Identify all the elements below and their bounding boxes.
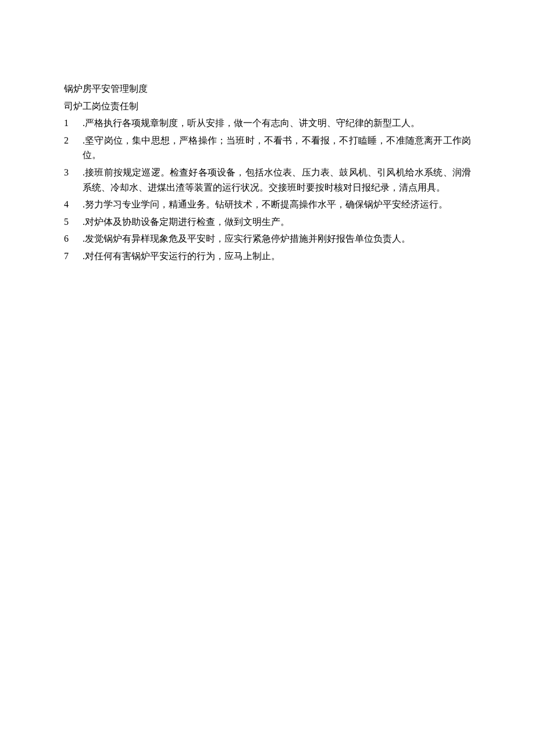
list-item: 6 .发觉锅炉有异样现象危及平安时，应实行紧急停炉措施并刚好报告单位负责人。	[64, 231, 471, 246]
item-text: .发觉锅炉有异样现象危及平安时，应实行紧急停炉措施并刚好报告单位负责人。	[79, 231, 471, 246]
item-number: 1	[64, 116, 79, 131]
item-number: 4	[64, 197, 79, 212]
list-item: 1 .严格执行各项规章制度，听从安排，做一个有志向、讲文明、守纪律的新型工人。	[64, 116, 471, 131]
document-subtitle: 司炉工岗位责任制	[64, 99, 471, 114]
list-item: 7 .对任何有害锅炉平安运行的行为，应马上制止。	[64, 249, 471, 264]
list-item: 4 .努力学习专业学问，精通业务。钻研技术，不断提高操作水平，确保锅炉平安经济运…	[64, 197, 471, 212]
item-text: .坚守岗位，集中思想，严格操作；当班时，不看书，不看报，不打瞌睡，不准随意离开工…	[79, 133, 471, 163]
item-text: .努力学习专业学问，精通业务。钻研技术，不断提高操作水平，确保锅炉平安经济运行。	[79, 197, 471, 212]
item-number: 6	[64, 231, 79, 246]
item-text: .对炉体及协助设备定期进行检查，做到文明生产。	[79, 214, 471, 230]
item-number: 7	[64, 249, 79, 264]
item-text: .对任何有害锅炉平安运行的行为，应马上制止。	[79, 249, 471, 264]
item-text: .接班前按规定巡逻。检查好各项设备，包括水位表、压力表、鼓风机、引风机给水系统、…	[79, 165, 471, 195]
item-number: 5	[64, 214, 79, 230]
item-number: 2	[64, 133, 79, 163]
document-page: 锅炉房平安管理制度 司炉工岗位责任制 1 .严格执行各项规章制度，听从安排，做一…	[0, 0, 535, 264]
list-item: 3 .接班前按规定巡逻。检查好各项设备，包括水位表、压力表、鼓风机、引风机给水系…	[64, 165, 471, 195]
list-item: 2 .坚守岗位，集中思想，严格操作；当班时，不看书，不看报，不打瞌睡，不准随意离…	[64, 133, 471, 163]
list-item: 5 .对炉体及协助设备定期进行检查，做到文明生产。	[64, 214, 471, 230]
document-title: 锅炉房平安管理制度	[64, 81, 471, 96]
item-text: .严格执行各项规章制度，听从安排，做一个有志向、讲文明、守纪律的新型工人。	[79, 116, 471, 131]
item-number: 3	[64, 165, 79, 195]
